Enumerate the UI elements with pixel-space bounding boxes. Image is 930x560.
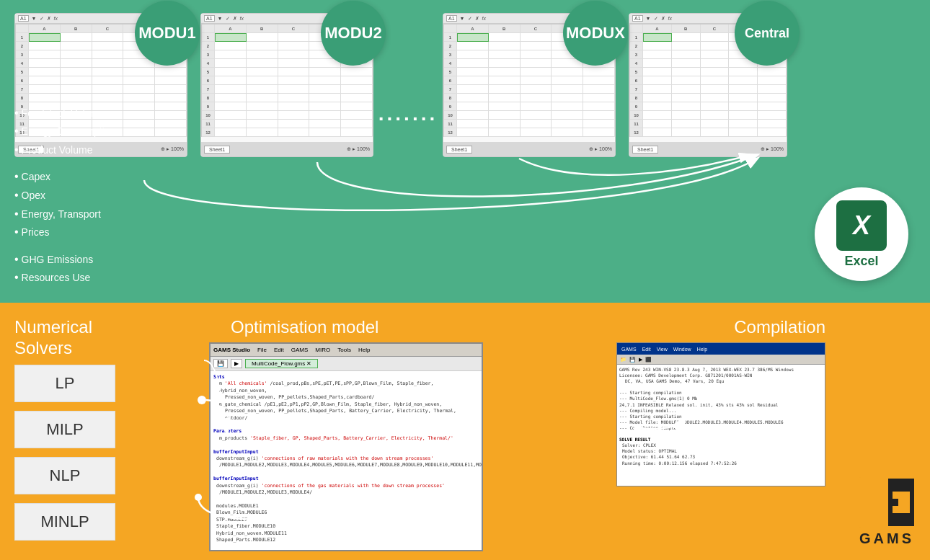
module-card-modu2: A1 ▼ ✓ ✗ fx A B C D E 1 2 3 4 5 (200, 13, 373, 157)
dots-separator: ....... (386, 71, 430, 157)
solvers-title: Numerical Solvers (14, 317, 115, 359)
svg-rect-18 (888, 513, 914, 520)
bullet-opex: Opex (14, 186, 115, 205)
left-text-panel: Feedstock Volume Energy Consumption Prod… (14, 104, 115, 295)
bullet-capex: Capex (14, 167, 115, 186)
top-section: A1 ▼ ✓ ✗ fx A B C D E 1 (0, 0, 930, 303)
compilation-label: Compilation (734, 317, 825, 337)
svg-marker-12 (859, 479, 888, 526)
bullet-energy-transport: Energy, Transport (14, 205, 115, 223)
bullet-feedstock: Feedstock Volume (14, 104, 115, 123)
bullet-prices: Prices (14, 223, 115, 241)
numerical-solvers-panel: Numerical Solvers LP MILP NLP MINLP (14, 317, 115, 545)
excel-icon-container: X Excel (815, 187, 908, 281)
module-label-central: Central (735, 1, 800, 66)
svg-rect-17 (888, 484, 914, 492)
excel-label: Excel (844, 254, 878, 269)
module-card-central: A1 ▼ ✓ ✗ fx A B C D E 1 2 3 4 5 (629, 13, 787, 157)
module-card-modux: A1 ▼ ✓ ✗ fx A B C D E 1 2 3 4 5 (443, 13, 616, 157)
bullet-energy: Energy Consumption (14, 122, 115, 141)
solver-nlp: NLP (14, 457, 115, 494)
solver-milp: MILP (14, 411, 115, 448)
svg-rect-15 (898, 499, 910, 506)
module-label-modux: MODUX (563, 1, 628, 66)
solver-minlp: MINLP (14, 503, 115, 541)
solver-lp: LP (14, 365, 115, 402)
module-label-modu2: MODU2 (321, 1, 386, 66)
gams-logo: GAMS (858, 477, 916, 547)
module-label-modu1: MODU1 (135, 1, 200, 66)
solver-boxes: LP MILP NLP MINLP (14, 365, 115, 545)
svg-rect-19 (888, 499, 898, 506)
gams-text-label: GAMS (859, 530, 914, 547)
modules-row: A1 ▼ ✓ ✗ fx A B C D E 1 (14, 13, 916, 157)
svg-point-24 (195, 494, 202, 501)
excel-x-icon: X (836, 200, 887, 251)
svg-point-22 (198, 396, 206, 404)
bullet-product: Product Volume (14, 141, 115, 159)
bullet-ghg: GHG Emissions (14, 250, 115, 269)
bullet-group-1: Feedstock Volume Energy Consumption Prod… (14, 104, 115, 159)
optimisation-label: Optimisation model (231, 317, 378, 337)
bullet-group-2: Capex Opex Energy, Transport Prices (14, 167, 115, 241)
bullet-group-3: GHG Emissions Resources Use (14, 250, 115, 287)
gams-code-window: GAMS Studio File Edit GAMS MIRO Tools He… (209, 342, 483, 551)
compilation-window: GAMS Edit View Window Help 📁💾▶⬛ GAMS Rev… (616, 342, 825, 486)
bottom-section: Numerical Solvers LP MILP NLP MINLP Opti… (0, 303, 930, 560)
bullet-resources: Resources Use (14, 268, 115, 287)
